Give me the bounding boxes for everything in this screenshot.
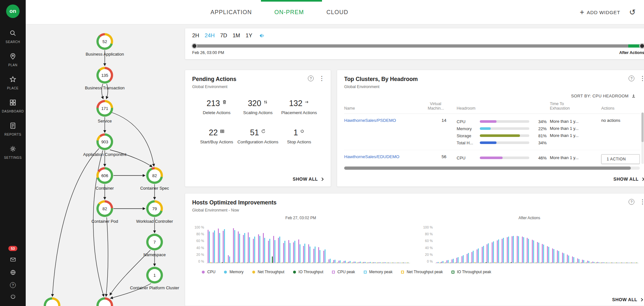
legend-net-throughput[interactable]: Net Throughput [252,270,284,274]
node-label: Application Component [83,152,126,157]
globe-icon[interactable] [10,269,16,277]
widget-menu-icon[interactable]: ⋮ [640,75,644,81]
sidebar-item-place[interactable]: PLACE [0,71,26,94]
pending-delete-actions[interactable]: 213 Delete Actions [196,99,237,115]
power-icon[interactable] [10,293,16,301]
pending-scaling-actions[interactable]: 320 Scaling Actions [237,99,278,115]
supply-node-partial-left[interactable] [28,297,76,306]
slider-track[interactable] [193,44,643,48]
history-icon[interactable]: ↺ [629,8,636,16]
supply-node-namespace[interactable]: 7 Namespace [130,234,179,257]
chart-bar [249,237,250,263]
widget-help-icon[interactable]: ? [629,76,634,81]
donut-chart [44,297,60,306]
supply-node-workload-controller[interactable]: 79 Workload Controller [130,200,179,224]
y-tick-label: 20 % [192,253,204,256]
legend-net-throughput-peak[interactable]: Net Throughput peak [401,270,443,274]
top-header: APPLICATION ON-PREM CLOUD + ADD WIDGET ↺ [26,0,644,24]
vertical-scrollbar[interactable] [641,113,644,164]
chart-bar [215,263,216,263]
sort-by-control[interactable]: SORT BY: CPU HEADROOM [337,94,644,98]
tab-on-prem[interactable]: ON-PREM [274,9,304,16]
legend-memory-peak[interactable]: Memory peak [364,270,393,274]
scrollbar-thumb[interactable] [344,166,631,170]
time-to-exhaustion-cell: More than 1 y... [550,154,598,161]
time-slider[interactable] [192,43,644,49]
supply-node-service[interactable]: 171 Service [81,100,129,123]
app-logo[interactable]: on [6,4,20,18]
pending-start-buy-actions[interactable]: 22 Start/Buy Actions [196,128,237,144]
bar-group [587,227,592,263]
sidebar-item-plan[interactable]: PLAN [0,48,26,71]
cluster-link[interactable]: HawthorneSales/EDUDEMO [344,154,425,159]
horizontal-scrollbar[interactable] [344,166,640,170]
add-widget-button[interactable]: + ADD WIDGET [580,8,620,16]
legend-io-throughput[interactable]: IO Throughput [293,270,323,274]
column-header-name[interactable]: Name [344,106,425,111]
bar-group [394,227,399,263]
legend-cpu-peak[interactable]: CPU peak [332,270,355,274]
playback-icon[interactable] [259,33,265,38]
sidebar-item-dashboard[interactable]: DASHBOARD [0,94,26,118]
bar-group [496,227,502,263]
one-action-button[interactable]: 1 ACTION [601,154,640,164]
legend-cpu[interactable]: CPU [202,270,215,274]
chart-bar [369,262,370,263]
supply-node-business-transaction[interactable]: 135 Business Transaction [81,67,129,90]
node-label: Workload Controller [136,219,173,224]
tab-application[interactable]: APPLICATION [210,9,252,16]
widget-help-icon[interactable]: ? [308,76,314,81]
supply-node-container-pod[interactable]: 82 Container Pod [81,200,129,224]
pending-show-all-button[interactable]: SHOW ALL [293,176,324,182]
legend-swatch [252,271,255,274]
sidebar-item-settings[interactable]: SETTINGS [0,141,26,164]
range-2h[interactable]: 2H [192,32,199,39]
supply-node-partial-right[interactable] [81,297,129,306]
legend-io-throughput-peak[interactable]: IO Throughput peak [452,270,491,274]
range-24h[interactable]: 24H [205,32,215,39]
range-7d[interactable]: 7D [220,32,227,39]
mail-icon[interactable] [10,256,16,264]
chart-bar [234,230,235,263]
sidebar-item-label: SETTINGS [4,156,22,159]
hosts-show-all-button[interactable]: SHOW ALL [612,297,644,302]
tab-cloud[interactable]: CLOUD [326,9,348,16]
view-tabs: APPLICATION ON-PREM CLOUD [210,0,348,24]
pending-placement-actions[interactable]: 132 Placement Actions [279,99,320,115]
settings-icon [9,145,16,154]
help-icon[interactable]: ? [10,282,16,288]
sidebar-item-reports[interactable]: REPORTS [0,118,26,141]
range-1y[interactable]: 1Y [246,32,252,39]
column-header-virtual-machines[interactable]: Virtual Machin... [428,102,448,111]
cluster-link[interactable]: HawthorneSales/PSDEMO [344,118,425,123]
chart-bar [244,233,245,263]
widget-help-icon[interactable]: ? [629,199,634,205]
supply-node-container[interactable]: 606 Container [81,167,129,191]
supply-node-container-spec[interactable]: 82 Container Spec [130,167,179,191]
slider-handle-start[interactable] [192,43,197,49]
sidebar-item-search[interactable]: SEARCH [0,25,26,48]
widget-menu-icon[interactable]: ⋮ [319,75,325,81]
widget-menu-icon[interactable]: ⋮ [640,199,644,205]
supply-node-container-platform-cluster[interactable]: 1 Container Platform Cluster [130,267,179,290]
pending-stop-actions[interactable]: 1 Stop Actions [279,128,320,144]
chart-bar [318,247,319,263]
column-header-actions[interactable]: Actions [601,106,640,111]
clusters-show-all-button[interactable]: SHOW ALL [613,176,644,182]
slider-handle-end[interactable] [639,43,644,49]
bar-group [582,227,587,263]
range-1m[interactable]: 1M [233,32,240,39]
pending-configuration-actions[interactable]: 51 Configuration Actions [237,128,278,144]
chart-bar [580,263,581,263]
scrollbar-thumb[interactable] [641,113,644,142]
column-header-time-to-exhaustion[interactable]: Time To Exhaustion [550,102,577,111]
chart-bar [385,262,386,263]
legend-memory[interactable]: Memory [224,270,243,274]
column-header-headroom[interactable]: Headroom [457,106,547,111]
supply-node-application-component[interactable]: 903 Application Component [81,133,129,157]
chart-bar [321,263,322,263]
supply-node-business-application[interactable]: 52 Business Application [81,33,129,57]
chart-bar [587,261,588,263]
notification-badge[interactable]: 53 [8,246,17,251]
node-label: Service [98,119,112,123]
